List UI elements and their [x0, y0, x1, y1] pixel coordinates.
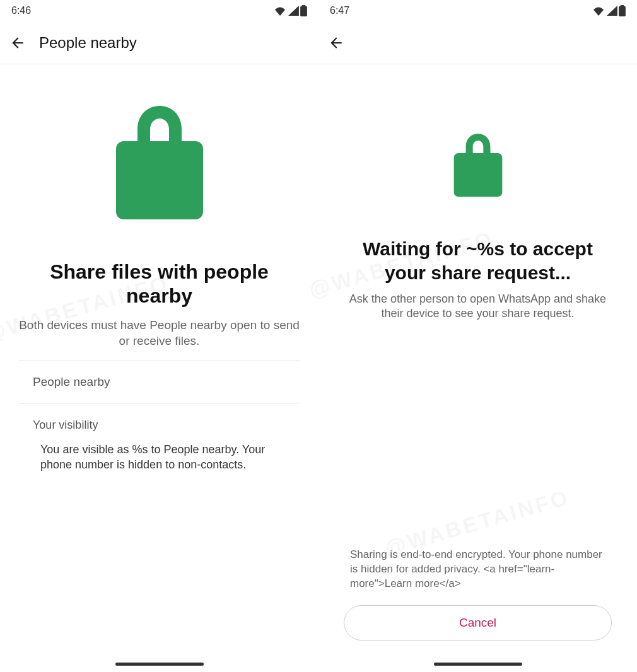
- app-bar: People nearby: [0, 21, 318, 64]
- arrow-left-icon: [9, 35, 26, 51]
- page-title: People nearby: [39, 34, 137, 52]
- arrow-left-icon: [328, 35, 344, 51]
- visibility-body: You are visible as %s to People nearby. …: [19, 442, 300, 473]
- lock-icon: [453, 134, 503, 199]
- screen-people-nearby: 6:46 People nearby Share files with peop…: [0, 0, 318, 672]
- status-time: 6:47: [330, 5, 349, 16]
- subtext: Both devices must have People nearby ope…: [19, 317, 300, 349]
- screen-waiting: 6:47 Waiting for ~%s to accept your shar…: [318, 0, 637, 672]
- headline: Waiting for ~%s to accept your share req…: [337, 237, 618, 284]
- svg-rect-2: [116, 141, 203, 219]
- back-button[interactable]: [9, 34, 26, 52]
- section-people-nearby[interactable]: People nearby: [19, 361, 300, 403]
- svg-rect-5: [453, 153, 502, 197]
- app-bar: [318, 21, 637, 64]
- status-bar: 6:47: [318, 0, 637, 21]
- privacy-text: Sharing is end-to-end encrypted. Your ph…: [344, 548, 612, 591]
- signal-icon: [606, 6, 617, 16]
- gesture-bar[interactable]: [434, 663, 522, 666]
- svg-rect-1: [300, 6, 307, 16]
- visibility-title: Your visibility: [19, 403, 300, 442]
- svg-rect-0: [302, 5, 305, 6]
- status-time: 6:46: [11, 5, 31, 16]
- headline: Share files with people nearby: [19, 260, 300, 308]
- signal-icon: [288, 6, 299, 16]
- status-icons: [274, 5, 307, 16]
- status-icons: [592, 5, 626, 16]
- status-bar: 6:46: [0, 0, 318, 21]
- cancel-button[interactable]: Cancel: [344, 605, 612, 640]
- battery-icon: [300, 5, 307, 16]
- gesture-bar[interactable]: [115, 663, 204, 666]
- wifi-icon: [592, 6, 605, 16]
- battery-icon: [619, 5, 626, 16]
- subtext: Ask the other person to open WhatsApp an…: [337, 292, 618, 322]
- lock-icon: [115, 106, 204, 222]
- wifi-icon: [274, 6, 286, 16]
- svg-rect-4: [619, 6, 626, 16]
- back-button[interactable]: [327, 34, 345, 52]
- svg-rect-3: [621, 5, 624, 6]
